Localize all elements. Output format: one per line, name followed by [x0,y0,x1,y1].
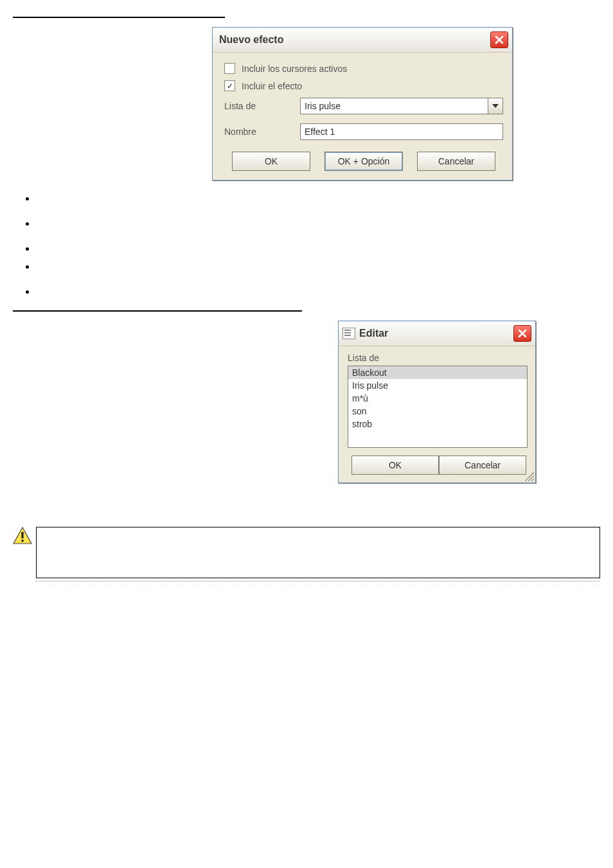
dialog-title: Nuevo efecto [219,34,283,46]
titlebar: Editar [339,321,535,346]
dialog-new-effect-wrapper: Nuevo efecto Incluir los cursores activo… [212,27,513,181]
input-name[interactable]: Effect 1 [300,123,503,140]
checkbox-include-effect[interactable]: ✓ [224,80,235,91]
list-item [36,285,600,299]
cancel-button[interactable]: Cancelar [439,456,526,475]
label-list-of: Lista de [348,353,528,363]
svg-rect-1 [21,540,23,542]
dialog-body: Lista de Blackout Iris pulse m*ù son str… [339,346,535,483]
section-divider-2 [13,310,302,312]
list-item[interactable]: m*ù [348,392,527,405]
combo-list-of[interactable]: Iris pulse [300,98,503,114]
ok-button[interactable]: OK [351,456,439,475]
close-button[interactable] [513,325,531,342]
dotted-divider [36,581,600,581]
list-item [36,217,600,231]
section-divider [13,17,225,18]
checkbox-label-include-cursors: Incluir los cursores activos [242,64,347,74]
list-item[interactable]: Blackout [348,366,527,379]
close-icon [517,328,528,339]
ok-button[interactable]: OK [232,152,310,171]
row-name: Nombre Effect 1 [224,123,503,140]
row-list-of: Lista de Iris pulse [224,98,503,114]
svg-rect-0 [21,532,23,538]
titlebar-left: Editar [342,328,388,339]
warning-icon [13,527,32,547]
checkbox-include-cursors[interactable] [224,63,235,74]
chevron-down-icon [492,104,499,108]
dialog-body: Incluir los cursores activos ✓ Incluir e… [213,53,512,180]
ok-option-button[interactable]: OK + Opción [324,152,403,171]
list-item [36,260,600,274]
label-list-of: Lista de [224,101,300,111]
list-item[interactable]: strob [348,418,527,430]
list-item [36,242,600,256]
close-button[interactable] [490,31,508,48]
button-row: OK OK + Opción Cancelar [224,152,503,171]
resize-grip-icon [525,472,534,481]
titlebar: Nuevo efecto [213,28,512,53]
dialog-edit: Editar Lista de Blackout Iris pulse m*ù … [338,321,536,483]
dialog-edit-wrapper: Editar Lista de Blackout Iris pulse m*ù … [338,321,536,483]
listbox-effects[interactable]: Blackout Iris pulse m*ù son strob [348,366,528,448]
cancel-button[interactable]: Cancelar [417,152,495,171]
dialog-new-effect: Nuevo efecto Incluir los cursores activo… [212,27,513,181]
dialog-title: Editar [359,328,388,339]
list-item[interactable]: son [348,405,527,418]
list-item [36,192,600,206]
list-item[interactable]: Iris pulse [348,379,527,392]
warning-box [36,527,600,578]
warning-area [13,527,600,578]
combo-dropdown-button[interactable] [488,98,503,114]
document-icon [342,328,355,339]
checkbox-row-include-cursors: Incluir los cursores activos [224,63,503,74]
close-icon [494,35,504,45]
button-row: OK Cancelar [348,456,528,475]
checkbox-label-include-effect: Incluir el efecto [242,81,302,91]
combo-list-of-value[interactable]: Iris pulse [300,98,488,114]
label-name: Nombre [224,127,300,137]
resize-grip[interactable] [525,472,534,481]
checkbox-row-include-effect: ✓ Incluir el efecto [224,80,503,91]
bullet-list-1 [36,192,600,299]
